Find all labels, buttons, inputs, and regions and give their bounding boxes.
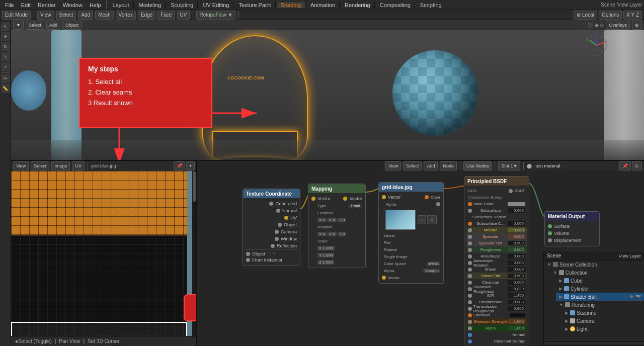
tab-rendering[interactable]: Rendering [341,2,375,8]
svg-text:Y: Y [586,38,588,41]
shader-add-btn[interactable]: Add [424,161,438,170]
bsdf-sheen-tint: Sheen Tint [481,274,500,278]
uv-view-btn[interactable]: View [13,161,29,170]
shader-node-btn[interactable]: Node [440,161,457,170]
local-btn[interactable]: ⊕ Local [574,11,597,20]
uv-scroll-thumb[interactable] [193,171,196,202]
uv-uv-btn[interactable]: UV [72,161,85,170]
map-vector-out: Vector [349,196,362,201]
shader-overlay-btn[interactable]: ⊙ [632,161,642,170]
left-sidebar: ↖ ✦ ↻ ⤡ ⤢ ✏ 📏 [0,20,11,346]
tab-animation[interactable]: Animation [306,2,340,8]
viewport-object-btn[interactable]: Object [62,21,82,30]
tab-scripting[interactable]: Scripting [416,2,446,8]
sidebar-scale-icon[interactable]: ⤡ [1,52,10,61]
xyz-toggle[interactable]: X Y Z [623,11,642,20]
uv-new-btn[interactable]: + [186,161,195,170]
retopoflow-btn[interactable]: RetopoFlow ▼ [196,11,235,20]
bsdf-aniso-rot-val: 0.000 [508,261,525,265]
tree-light-icon: ▶ [565,326,569,331]
uv-footer-label3: Set 3D Cursor [88,338,119,344]
tab-uv-editing[interactable]: UV Editing [199,2,233,8]
outliner-light-name: Light [577,326,588,332]
tab-compositing[interactable]: Compositing [376,2,415,8]
menu-edit[interactable]: Edit [18,0,34,10]
outliner-item-rendering[interactable]: ▼ Rendering [556,301,644,309]
node-mapping[interactable]: Mapping Vector Vector Type Point [308,184,366,268]
bsdf-trans-rough-val: 0.000 [508,306,525,311]
bsdf-base-color: Base Color [473,202,494,206]
sidebar-move-icon[interactable]: ✦ [1,32,10,41]
tab-shading[interactable]: Shading [277,2,305,8]
use-nodes-toggle[interactable]: Use Nodes [463,161,492,170]
tab-texture-paint[interactable]: Texture Paint [234,2,275,8]
tab-sculpting[interactable]: Sculpting [167,2,198,8]
menu-window[interactable]: Window [60,0,86,10]
sidebar-annotate-icon[interactable]: ✏ [1,74,10,83]
menu-render[interactable]: Render [35,0,59,10]
outliner-item-cube[interactable]: ▶ Cube [556,277,644,285]
outliner-item-scene[interactable]: ▼ Scene Collection [544,261,644,269]
sidebar-transform-icon[interactable]: ⤢ [1,62,10,71]
outliner-item-shader-ball[interactable]: ▶ Shader Ball 👁 📷 [556,293,644,301]
shader-select-btn[interactable]: Select [403,161,422,170]
uv-editor-header: View Select Image UV grid-blue.jpg 📌 + [11,161,197,171]
viewport-add-btn[interactable]: Add [46,21,60,30]
viewport-header: ▼ Select Add Object ⬚ ⬛ ◉ ◎ Overlays ⊕ [11,20,644,30]
tc-normal: Normal [282,208,297,213]
menu-help[interactable]: Help [87,0,104,10]
uv-footer: ● Select (Toggle) | Pan View | Set 3D Cu… [11,336,197,346]
uv-editor[interactable]: View Select Image UV grid-blue.jpg 📌 + [11,161,197,346]
edge-btn[interactable]: Edge [138,11,155,20]
uv-image-btn[interactable]: Image [51,161,70,170]
node-principled-bsdf[interactable]: Principled BSDF GGX BSDF Christensen-Bur… [464,176,529,346]
slot-selector[interactable]: Slot 1 ▼ [498,161,520,170]
viewport-select-btn[interactable]: Select [26,21,44,30]
bsdf-emission-swatch [510,313,525,317]
vertex-btn[interactable]: Vertex [116,11,136,20]
outliner-item-suzanne[interactable]: ▶ Suzanne [562,309,644,317]
node-image-texture-header: grid-blue.jpg [379,183,443,192]
img-tex-new-btn[interactable]: + [418,215,426,224]
mode-selector[interactable]: Edit Mode [2,11,31,20]
menu-file[interactable]: File [2,0,17,10]
right-properties-panel: Scene View Layer ▼ Scene Collection ▼ Co… [543,251,644,346]
shader-pin-btn[interactable]: 📌 [619,161,631,170]
outliner-item-light[interactable]: ▶ Light [562,325,644,333]
options-btn[interactable]: Options [599,11,622,20]
face-btn[interactable]: Face [157,11,175,20]
bsdf-clearcoat-rough: Clearcoat Roughness [473,285,508,294]
uv-pin-btn[interactable]: 📌 [174,161,185,170]
viewport-3d[interactable]: ▼ Select Add Object ⬚ ⬛ ◉ ◎ Overlays ⊕ C… [11,20,644,161]
viewport-view-btn[interactable]: ▼ [13,21,24,30]
viewport-overlay-btn[interactable]: Overlays [606,21,630,30]
outliner-item-collection[interactable]: ▼ Collection [550,269,644,277]
outliner-item-camera[interactable]: ▶ Camera [562,317,644,325]
node-texture-coord[interactable]: Texture Coordinate Generated Normal UV O… [243,189,300,266]
uv-selection-rect [11,322,187,336]
img-tex-browse-btn[interactable]: ⊕ [427,215,437,224]
uv-select-btn[interactable]: Select [31,161,49,170]
select-btn[interactable]: Select [56,11,76,20]
node-image-texture[interactable]: grid-blue.jpg Vector Color Alpha [378,182,444,284]
node-image-texture-body: Vector Color Alpha + [379,192,443,283]
map-type-value: Point [349,204,362,208]
sidebar-rotate-icon[interactable]: ↻ [1,42,10,51]
uv-btn[interactable]: UV [177,11,190,20]
sidebar-measure-icon[interactable]: 📏 [1,84,10,93]
tab-modeling[interactable]: Modeling [135,2,166,8]
viewport-gizmo-btn[interactable]: ⊕ [632,21,642,30]
img-vector-label: Vector [388,195,401,200]
view-btn[interactable]: View [37,11,54,20]
shader-view-btn[interactable]: View [385,161,401,170]
outliner-item-cylinder[interactable]: ▶ Cylinder [556,285,644,293]
add-btn[interactable]: Add [78,11,93,20]
mesh-btn[interactable]: Mesh [95,11,113,20]
node-material-output[interactable]: Material Output Surface Volume Displa [544,211,600,246]
map-vector-in: Vector [317,196,331,201]
sidebar-select-icon[interactable]: ↖ [1,22,10,31]
outliner-suzanne-name: Suzanne [577,310,596,316]
tab-layout[interactable]: Layout [109,2,134,8]
img-flat-label: Flat [384,240,390,245]
cylinder-mesh-icon [564,286,569,291]
